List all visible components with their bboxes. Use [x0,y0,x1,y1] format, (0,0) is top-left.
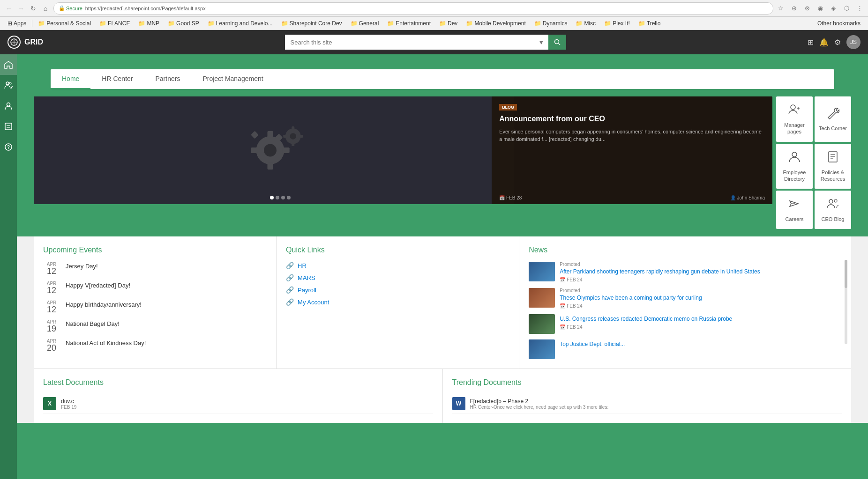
carousel-dot-2[interactable] [276,196,279,199]
bookmark-other[interactable]: Other bookmarks [814,19,864,28]
event-name-5[interactable]: National Act of Kindness Day! [66,339,146,346]
news-scrollbar-thumb[interactable] [845,260,847,288]
svg-rect-26 [299,135,303,138]
hero-date: 📅 FEB 28 [499,195,522,200]
bookmark-icon[interactable]: ⊕ [789,4,799,13]
bookmark-trello[interactable]: 📁 Trello [635,19,665,28]
news-promoted-2: Promoted [560,288,842,293]
bookmark-divider [32,20,32,27]
group-icon [826,197,839,210]
nav-item-partners[interactable]: Partners [144,69,192,89]
svg-rect-16 [268,162,273,169]
svg-rect-23 [292,126,294,131]
extension-icon-1[interactable]: ⊗ [802,4,812,13]
cal-icon-1: 📅 [560,277,565,282]
site-logo[interactable]: GRID [7,36,43,49]
quick-links-panel: Quick Links 🔗 HR 🔗 MARS 🔗 [276,236,519,368]
event-name-2[interactable]: Happy V[redacted] Day! [66,281,130,289]
doc-item-1[interactable]: X duv.c FEB 19 [43,394,433,413]
home-browser-button[interactable]: ⌂ [40,3,51,14]
tile-policies-resources[interactable]: Policies & Resources [815,144,851,189]
tile-careers[interactable]: Careers [776,191,813,229]
star-icon[interactable]: ☆ [776,4,786,13]
ceo-blog-icon [826,197,839,213]
trending-doc-item-1[interactable]: W F[redacted]b – Phase 2 HR Center-Once … [452,394,842,413]
bookmark-flance[interactable]: 📁 FLANCE [96,19,134,28]
trending-doc-icon-1: W [452,397,465,410]
event-day-2: 12 [47,286,56,295]
apps-grid-icon[interactable]: ⊞ [808,38,814,47]
event-date-1: Apr 12 [43,262,60,275]
sidebar-item-help[interactable]: ? [0,137,17,157]
sidebar-item-people[interactable] [0,75,17,96]
quick-link-mars[interactable]: 🔗 MARS [286,274,509,281]
extension-icon-3[interactable]: ◈ [829,4,838,13]
hero-carousel[interactable]: BLOG Announcement from our CEO Ever sinc… [34,96,772,204]
bookmark-personal[interactable]: 📁 Personal & Social [34,19,95,28]
news-content-3: U.S. Congress releases redacted Democrat… [560,314,842,330]
extension-icon-4[interactable]: ⬡ [842,4,851,13]
tile-ceo-blog[interactable]: CEO Blog [815,191,851,229]
carousel-dot-1[interactable] [270,196,274,199]
event-name-3[interactable]: Happy birthday/anniversary! [66,300,142,308]
notification-bell-icon[interactable]: 🔔 [819,38,829,47]
settings-gear-icon[interactable]: ⚙ [834,38,841,47]
carousel-dot-4[interactable] [287,196,291,199]
news-content-2: Promoted These Olympics have been a comi… [560,288,842,309]
bookmark-dynamics[interactable]: 📁 Dynamics [531,19,571,28]
sidebar-item-user[interactable] [0,96,17,116]
avatar[interactable]: JS [846,35,861,49]
bookmark-sp-core[interactable]: 📁 Sharepoint Core Dev [277,19,346,28]
nav-item-hr[interactable]: HR Center [90,69,144,89]
back-button[interactable]: ← [4,3,14,14]
bookmark-misc[interactable]: 📁 Misc [572,19,599,28]
sidebar-item-tasks[interactable] [0,116,17,137]
tile-employee-directory[interactable]: Employee Directory [776,144,813,189]
plane-icon [788,197,801,210]
search-input[interactable] [285,35,535,50]
sidebar-item-home[interactable] [0,54,17,75]
bookmark-mnp[interactable]: 📁 MNP [135,19,163,28]
news-title-3[interactable]: U.S. Congress releases redacted Democrat… [560,315,842,323]
bookmark-good-sp[interactable]: 📁 Good SP [164,19,203,28]
bookmark-mobile[interactable]: 📁 Mobile Development [462,19,529,28]
tile-tech-corner[interactable]: Tech Corner [815,96,851,142]
nav-item-home[interactable]: Home [51,69,90,89]
quick-links-list: 🔗 HR 🔗 MARS 🔗 Payroll [286,262,509,306]
news-title-2[interactable]: These Olympics have been a coming out pa… [560,294,842,302]
news-title-1[interactable]: After Parkland shooting teenagers rapidl… [560,268,842,276]
extension-icon-2[interactable]: ◉ [816,4,825,13]
bookmark-apps[interactable]: ⊞ Apps [4,19,30,28]
menu-icon[interactable]: ⋮ [855,4,864,13]
bookmark-dev[interactable]: 📁 Dev [435,19,461,28]
url-bar[interactable]: 🔒 Secure https://[redacted].sharepoint.c… [53,2,773,15]
search-dropdown-button[interactable]: ▼ [534,35,548,50]
forward-button[interactable]: → [16,3,26,14]
quick-link-hr-label: HR [298,262,307,269]
search-button[interactable] [548,35,566,50]
reload-button[interactable]: ↻ [28,3,38,14]
event-name-1[interactable]: Jersey Day! [66,262,98,270]
svg-point-27 [791,105,795,110]
home-icon [4,60,13,69]
bookmark-entertainment[interactable]: 📁 Entertainment [383,19,434,28]
event-name-4[interactable]: National Bagel Day! [66,319,120,327]
quick-link-hr[interactable]: 🔗 HR [286,262,509,269]
person-icon [788,150,801,163]
bookmark-learning[interactable]: 📁 Learning and Develo... [204,19,277,28]
manager-pages-label: Manager pages [780,122,809,135]
people-icon [4,81,13,89]
bookmark-plex[interactable]: 📁 Plex It! [600,19,634,28]
news-scrollbar-track[interactable] [845,260,847,344]
bookmark-general[interactable]: 📁 General [347,19,383,28]
news-content-1: Promoted After Parkland shooting teenage… [560,262,842,282]
tile-manager-pages[interactable]: Manager pages [776,96,813,142]
quick-link-myaccount[interactable]: 🔗 My Account [286,298,509,306]
news-thumb-3 [529,314,555,334]
lock-icon: 🔒 [59,5,65,11]
quick-links-title: Quick Links [286,246,509,254]
news-title-4[interactable]: Top Justice Dept. official... [560,340,842,348]
quick-link-payroll[interactable]: 🔗 Payroll [286,286,509,294]
carousel-dot-3[interactable] [281,196,285,199]
nav-item-project[interactable]: Project Management [191,69,274,89]
